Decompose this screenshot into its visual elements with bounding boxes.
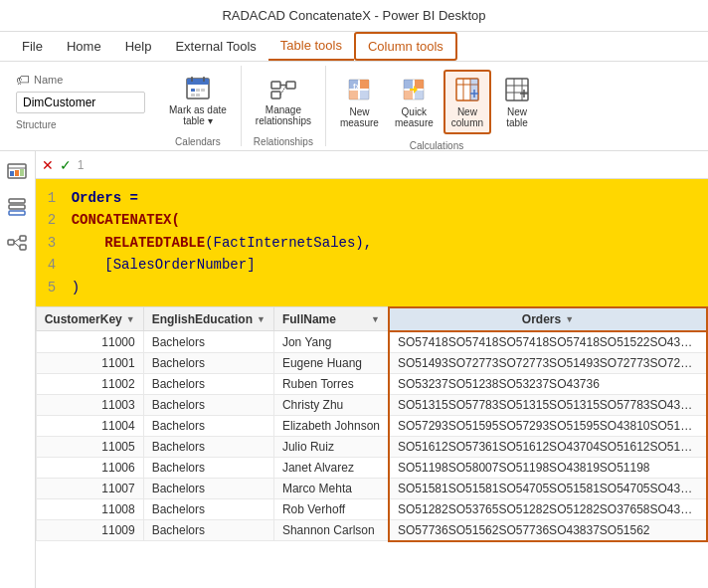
cell-full-name: Rob Verhoff xyxy=(273,498,389,519)
new-measure-button[interactable]: fx New measure xyxy=(334,72,385,132)
svg-rect-8 xyxy=(196,94,200,97)
code-line-4: 4 [SalesOrderNumber] xyxy=(48,254,696,276)
calendars-label: Calendars xyxy=(175,136,221,147)
english-education-filter-icon[interactable]: ▼ xyxy=(257,314,266,324)
data-table: CustomerKey ▼ EnglishEducation ▼ xyxy=(36,306,708,542)
menu-file[interactable]: File xyxy=(10,32,55,61)
cell-full-name: Jon Yang xyxy=(273,331,389,353)
customer-key-filter-icon[interactable]: ▼ xyxy=(126,314,135,324)
svg-rect-12 xyxy=(271,92,280,98)
cell-english-education: Bachelors xyxy=(143,373,273,394)
col-header-full-name[interactable]: FullName ▼ xyxy=(273,307,389,331)
new-column-button[interactable]: New column xyxy=(443,70,491,134)
menu-column-tools[interactable]: Column tools xyxy=(354,32,457,61)
cell-english-education: Bachelors xyxy=(143,436,273,457)
cell-orders: SO51493SO72773SO72773SO51493SO72773SO727… xyxy=(389,352,707,373)
table-area[interactable]: CustomerKey ▼ EnglishEducation ▼ xyxy=(36,306,708,588)
menu-table-tools[interactable]: Table tools xyxy=(268,32,354,61)
cell-customer-key: 11008 xyxy=(36,498,143,519)
menu-external-tools[interactable]: External Tools xyxy=(163,32,267,61)
col-header-customer-key[interactable]: CustomerKey ▼ xyxy=(36,307,143,331)
formula-bar: ✕ ✓ 1 xyxy=(36,151,708,179)
cell-orders: SO51315SO57783SO51315SO51315SO57783SO437… xyxy=(389,394,707,415)
title-text: RADACAD ConcatenateX - Power BI Desktop xyxy=(222,8,485,23)
table-icon xyxy=(503,76,531,103)
manage-relationships-label: Manage relationships xyxy=(256,104,311,126)
svg-rect-48 xyxy=(8,240,14,245)
svg-rect-17 xyxy=(349,91,358,99)
cell-full-name: Ruben Torres xyxy=(273,373,389,394)
svg-rect-9 xyxy=(271,82,280,89)
cell-customer-key: 11007 xyxy=(36,478,143,498)
svg-rect-47 xyxy=(9,211,25,215)
cell-orders: SO51612SO57361SO51612SO43704SO51612SO516… xyxy=(389,436,707,457)
col-header-orders[interactable]: Orders ▼ xyxy=(389,307,707,331)
name-section: 🏷 Name Structure xyxy=(6,66,155,146)
code-line-2: 2 CONCATENATEX( xyxy=(48,209,696,231)
cell-customer-key: 11000 xyxy=(36,331,143,353)
new-table-button[interactable]: New table xyxy=(495,72,539,132)
svg-rect-50 xyxy=(20,245,26,250)
cell-customer-key: 11001 xyxy=(36,352,143,373)
calculations-section: fx New measure Quick measure xyxy=(326,66,547,146)
cell-full-name: Christy Zhu xyxy=(273,394,389,415)
new-column-label: New column xyxy=(451,106,483,128)
calendar-icon xyxy=(184,74,212,101)
cell-orders: SO57293SO51595SO57293SO51595SO43810SO515… xyxy=(389,415,707,436)
cell-customer-key: 11004 xyxy=(36,415,143,436)
calendars-items: Mark as date table ▾ xyxy=(163,66,233,134)
mark-date-table-button[interactable]: Mark as date table ▾ xyxy=(163,70,233,130)
main-area: ✕ ✓ 1 1 Orders = 2 CONCATENATEX( 3 RELAT… xyxy=(0,151,708,588)
code-line-5: 5 ) xyxy=(48,277,696,298)
sidebar-model-icon[interactable] xyxy=(5,231,29,255)
table-row: 11002 Bachelors Ruben Torres SO53237SO51… xyxy=(36,373,707,394)
content-area: ✕ ✓ 1 1 Orders = 2 CONCATENATEX( 3 RELAT… xyxy=(36,151,708,588)
quick-measure-button[interactable]: Quick measure xyxy=(389,72,440,132)
svg-rect-23 xyxy=(404,91,413,99)
formula-confirm-button[interactable]: ✓ xyxy=(60,157,72,173)
cell-english-education: Bachelors xyxy=(143,415,273,436)
full-name-filter-icon[interactable]: ▼ xyxy=(371,314,380,324)
left-sidebar xyxy=(0,151,36,588)
tag-icon: 🏷 xyxy=(16,72,30,88)
svg-rect-21 xyxy=(404,80,413,89)
table-row: 11008 Bachelors Rob Verhoff SO51282SO537… xyxy=(36,498,707,519)
svg-rect-1 xyxy=(187,79,209,85)
cell-orders: SO51581SO51581SO54705SO51581SO54705SO437… xyxy=(389,478,707,498)
structure-label: Structure xyxy=(16,119,145,130)
code-editor[interactable]: 1 Orders = 2 CONCATENATEX( 3 RELATEDTABL… xyxy=(36,179,708,306)
menu-help[interactable]: Help xyxy=(113,32,164,61)
name-input[interactable] xyxy=(16,92,145,113)
cell-customer-key: 11009 xyxy=(36,519,143,541)
calculations-label: Calculations xyxy=(410,140,463,151)
menu-home[interactable]: Home xyxy=(55,32,113,61)
measure-icon: fx xyxy=(345,76,373,103)
code-line-1: 1 Orders = xyxy=(48,187,696,209)
mark-date-table-label: Mark as date table ▾ xyxy=(169,104,227,126)
orders-filter-icon[interactable]: ▼ xyxy=(565,314,574,324)
table-row: 11005 Bachelors Julio Ruiz SO51612SO5736… xyxy=(36,436,707,457)
code-line-3: 3 RELATEDTABLE(FactInternetSales), xyxy=(48,232,696,254)
svg-line-13 xyxy=(280,86,286,96)
relationships-icon xyxy=(269,74,297,101)
quick-measure-label: Quick measure xyxy=(395,106,434,128)
sidebar-report-icon[interactable] xyxy=(5,159,29,183)
cell-orders: SO53237SO51238SO53237SO43736 xyxy=(389,373,707,394)
cell-full-name: Shannon Carlson xyxy=(273,519,389,541)
new-table-label: New table xyxy=(506,106,528,128)
sidebar-data-icon[interactable] xyxy=(5,195,29,219)
formula-line-num: 1 xyxy=(78,158,91,172)
cell-full-name: Elizabeth Johnson xyxy=(273,415,389,436)
cell-orders: SO51282SO53765SO51282SO51282SO37658SO438… xyxy=(389,498,707,519)
svg-rect-7 xyxy=(191,94,195,97)
new-measure-label: New measure xyxy=(340,106,379,128)
cell-english-education: Bachelors xyxy=(143,331,273,353)
column-icon xyxy=(453,76,481,103)
manage-relationships-button[interactable]: Manage relationships xyxy=(250,70,317,130)
col-header-english-education[interactable]: EnglishEducation ▼ xyxy=(143,307,273,331)
svg-rect-45 xyxy=(9,199,25,203)
cell-orders: SO57736SO51562SO57736SO43837SO51562 xyxy=(389,519,707,541)
cell-english-education: Bachelors xyxy=(143,498,273,519)
table-row: 11006 Bachelors Janet Alvarez SO51198SO5… xyxy=(36,457,707,478)
formula-cancel-button[interactable]: ✕ xyxy=(42,157,54,173)
